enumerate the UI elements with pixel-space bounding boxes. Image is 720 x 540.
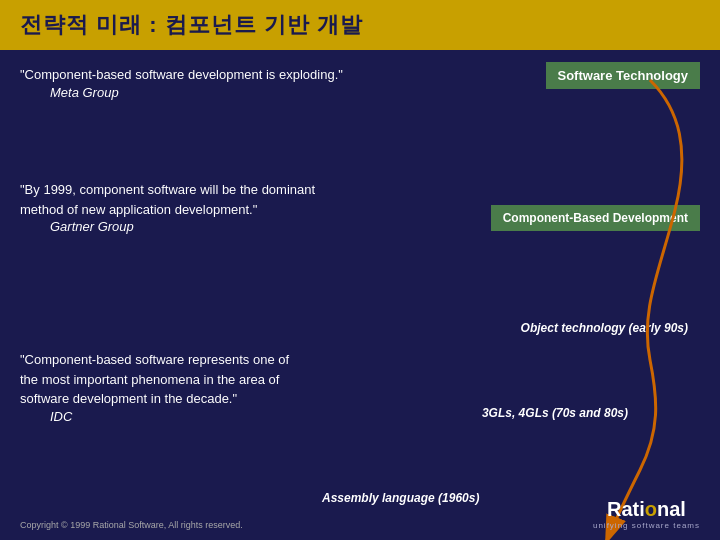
quote-block-2: "By 1999, component software will be the…	[20, 180, 350, 234]
software-technology-badge: Software Technology	[546, 62, 701, 89]
rational-logo: Rational unifying software teams	[593, 498, 700, 530]
rational-logo-text: Rational	[593, 498, 700, 521]
cbd-badge: Component-Based Development	[491, 205, 700, 231]
quote-source-1: Meta Group	[50, 85, 360, 100]
page-title: 전략적 미래 : 컴포넌트 기반 개발	[20, 10, 363, 40]
section1: "Component-based software development is…	[20, 65, 360, 114]
rational-logo-o: o	[645, 498, 657, 520]
quote-block-3: "Component-based software represents one…	[20, 350, 300, 424]
header-bar: 전략적 미래 : 컴포넌트 기반 개발	[0, 0, 720, 50]
quote-text-2: "By 1999, component software will be the…	[20, 180, 350, 219]
footer-copyright: Copyright © 1999 Rational Software, All …	[20, 520, 243, 530]
quote-text-1: "Component-based software development is…	[20, 65, 360, 85]
quote-source-3: IDC	[50, 409, 300, 424]
three-gls-badge: 3GLs, 4GLs (70s and 80s)	[470, 400, 640, 426]
section3: "Component-based software represents one…	[20, 350, 300, 438]
object-tech-badge: Object technology (early 90s)	[509, 315, 700, 341]
section2: "By 1999, component software will be the…	[20, 180, 350, 248]
timeline-arrow	[420, 50, 720, 540]
quote-text-3: "Component-based software represents one…	[20, 350, 300, 409]
quote-block-1: "Component-based software development is…	[20, 65, 360, 100]
assembly-badge: Assembly language (1960s)	[310, 485, 491, 511]
main-content: "Component-based software development is…	[0, 50, 720, 538]
quote-source-2: Gartner Group	[50, 219, 350, 234]
rational-logo-tagline: unifying software teams	[593, 521, 700, 530]
